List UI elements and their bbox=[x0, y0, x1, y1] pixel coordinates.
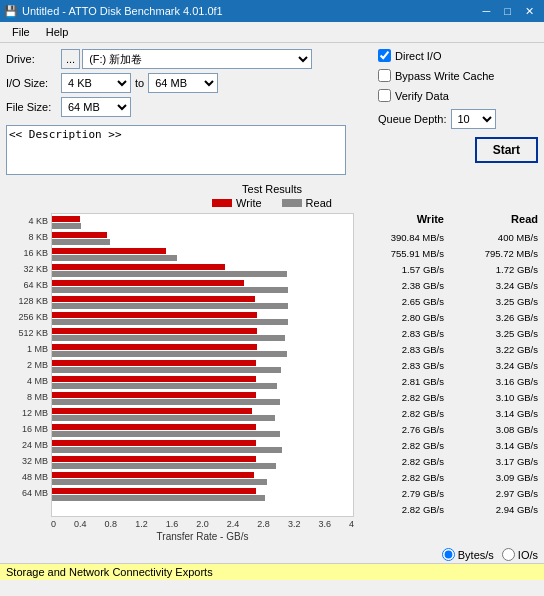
write-value: 2.81 GB/s bbox=[358, 376, 448, 387]
bar-row bbox=[52, 390, 353, 406]
chart-wrapper: 4 KB8 KB16 KB32 KB64 KB128 KB256 KB512 K… bbox=[6, 213, 538, 517]
bar-row bbox=[52, 230, 353, 246]
maximize-button[interactable]: □ bbox=[498, 4, 517, 19]
read-legend-color bbox=[282, 199, 302, 207]
read-bar bbox=[52, 495, 265, 501]
bar-row bbox=[52, 470, 353, 486]
write-bar bbox=[52, 216, 80, 222]
bars-area bbox=[51, 213, 354, 517]
drive-label: Drive: bbox=[6, 53, 61, 65]
write-value: 2.82 GB/s bbox=[358, 456, 448, 467]
iosize-select[interactable]: 4 KB bbox=[61, 73, 131, 93]
queue-depth-select[interactable]: 10 bbox=[451, 109, 496, 129]
value-row: 2.80 GB/s3.26 GB/s bbox=[358, 309, 538, 325]
chart-legend: Write Read bbox=[6, 197, 538, 209]
value-row: 2.83 GB/s3.22 GB/s bbox=[358, 341, 538, 357]
bar-label: 4 KB bbox=[6, 213, 51, 229]
write-value: 1.57 GB/s bbox=[358, 264, 448, 275]
write-value: 2.83 GB/s bbox=[358, 360, 448, 371]
bar-label: 4 MB bbox=[6, 373, 51, 389]
write-bar bbox=[52, 280, 244, 286]
write-bar bbox=[52, 408, 252, 414]
x-axis-tick: 4 bbox=[349, 519, 354, 529]
filesize-select[interactable]: 64 MB bbox=[61, 97, 131, 117]
bar-label: 48 MB bbox=[6, 469, 51, 485]
io-radio-label: IO/s bbox=[518, 549, 538, 561]
window-title: Untitled - ATTO Disk Benchmark 4.01.0f1 bbox=[22, 5, 223, 17]
x-axis-tick: 3.2 bbox=[288, 519, 301, 529]
bar-pair bbox=[52, 454, 276, 470]
verify-data-checkbox[interactable] bbox=[378, 89, 391, 102]
close-button[interactable]: ✕ bbox=[519, 4, 540, 19]
bar-pair bbox=[52, 438, 282, 454]
bypass-write-cache-checkbox[interactable] bbox=[378, 69, 391, 82]
bytes-radio[interactable] bbox=[442, 548, 455, 561]
tosize-select[interactable]: 64 MB bbox=[148, 73, 218, 93]
bar-pair bbox=[52, 326, 285, 342]
read-bar bbox=[52, 303, 288, 309]
write-bar bbox=[52, 232, 107, 238]
value-row: 2.65 GB/s3.25 GB/s bbox=[358, 293, 538, 309]
read-bar bbox=[52, 415, 275, 421]
app-icon: 💾 bbox=[4, 5, 18, 18]
write-bar bbox=[52, 296, 255, 302]
bar-label: 16 MB bbox=[6, 421, 51, 437]
iosize-label: I/O Size: bbox=[6, 77, 61, 89]
test-results-header: Test Results bbox=[6, 183, 538, 195]
menu-file[interactable]: File bbox=[4, 24, 38, 40]
x-axis-tick: 0 bbox=[51, 519, 56, 529]
bar-row bbox=[52, 358, 353, 374]
read-value: 3.22 GB/s bbox=[448, 344, 538, 355]
write-value: 755.91 MB/s bbox=[358, 248, 448, 259]
bar-pair bbox=[52, 406, 275, 422]
write-bar bbox=[52, 456, 256, 462]
desc-textarea[interactable]: << Description >> bbox=[6, 125, 346, 175]
desc-container: << Description >> bbox=[6, 121, 346, 177]
bar-pair bbox=[52, 262, 287, 278]
filesize-row: File Size: 64 MB bbox=[6, 97, 370, 117]
bypass-write-cache-row: Bypass Write Cache bbox=[378, 69, 538, 82]
drive-row: Drive: ... (F:) 新加卷 bbox=[6, 49, 370, 69]
start-button[interactable]: Start bbox=[475, 137, 538, 163]
write-bar bbox=[52, 488, 256, 494]
read-value: 3.14 GB/s bbox=[448, 408, 538, 419]
bar-row bbox=[52, 342, 353, 358]
read-value: 2.94 GB/s bbox=[448, 504, 538, 515]
bar-pair bbox=[52, 214, 81, 230]
read-bar bbox=[52, 431, 280, 437]
bar-row bbox=[52, 454, 353, 470]
queue-depth-row: Queue Depth: 10 bbox=[378, 109, 538, 129]
direct-io-label: Direct I/O bbox=[395, 50, 441, 62]
bar-pair bbox=[52, 358, 281, 374]
write-bar bbox=[52, 344, 257, 350]
drive-select[interactable]: (F:) 新加卷 bbox=[82, 49, 312, 69]
x-axis-tick: 1.6 bbox=[166, 519, 179, 529]
minimize-button[interactable]: ─ bbox=[477, 4, 497, 19]
x-axis-tick: 3.6 bbox=[318, 519, 331, 529]
bar-label: 512 KB bbox=[6, 325, 51, 341]
write-bar bbox=[52, 328, 257, 334]
chart-section: Test Results Write Read 4 KB8 KB16 KB32 … bbox=[0, 183, 544, 546]
bar-row bbox=[52, 438, 353, 454]
read-bar bbox=[52, 367, 281, 373]
write-value: 390.84 MB/s bbox=[358, 232, 448, 243]
browse-button[interactable]: ... bbox=[61, 49, 80, 69]
values-area: Write Read 390.84 MB/s400 MB/s755.91 MB/… bbox=[358, 213, 538, 517]
value-row: 2.82 GB/s2.94 GB/s bbox=[358, 501, 538, 517]
read-value: 3.24 GB/s bbox=[448, 280, 538, 291]
read-value: 1.72 GB/s bbox=[448, 264, 538, 275]
bar-pair bbox=[52, 246, 177, 262]
menu-help[interactable]: Help bbox=[38, 24, 77, 40]
read-bar bbox=[52, 447, 282, 453]
bottom-bar: Storage and Network Connectivity Exports bbox=[0, 563, 544, 580]
x-axis-tick: 1.2 bbox=[135, 519, 148, 529]
write-legend: Write bbox=[212, 197, 261, 209]
io-radio[interactable] bbox=[502, 548, 515, 561]
bar-row bbox=[52, 310, 353, 326]
value-row: 2.76 GB/s3.08 GB/s bbox=[358, 421, 538, 437]
read-bar bbox=[52, 479, 267, 485]
value-row: 2.81 GB/s3.16 GB/s bbox=[358, 373, 538, 389]
bar-row bbox=[52, 374, 353, 390]
direct-io-checkbox[interactable] bbox=[378, 49, 391, 62]
title-bar: 💾 Untitled - ATTO Disk Benchmark 4.01.0f… bbox=[0, 0, 544, 22]
